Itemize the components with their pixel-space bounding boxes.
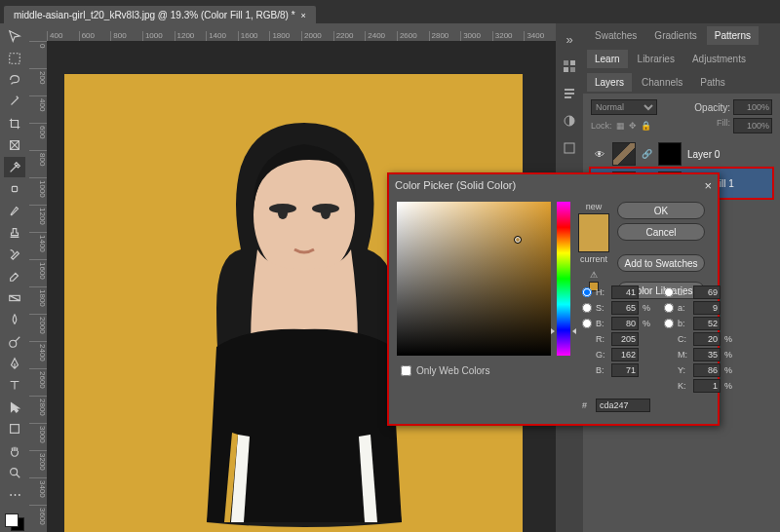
adjustments-panel-icon[interactable] (560, 111, 579, 131)
hex-input[interactable] (596, 399, 650, 412)
color-swatches[interactable] (4, 513, 25, 532)
frame-tool[interactable] (4, 135, 25, 155)
hue-radio[interactable] (582, 287, 592, 297)
close-tab-icon[interactable]: × (301, 11, 306, 20)
fill-value[interactable]: 100% (733, 118, 772, 133)
tab-channels[interactable]: Channels (634, 73, 690, 92)
lasso-tool[interactable] (4, 70, 25, 90)
eraser-tool[interactable] (4, 266, 25, 285)
sat-radio[interactable] (582, 303, 592, 313)
eyedropper-tool[interactable] (4, 157, 25, 176)
dodge-tool[interactable] (4, 331, 25, 351)
stamp-tool[interactable] (4, 223, 25, 243)
k-input[interactable] (693, 379, 721, 393)
tab-adjustments[interactable]: Adjustments (684, 50, 754, 68)
shape-tool[interactable] (4, 419, 25, 438)
tab-learn[interactable]: Learn (587, 50, 628, 68)
blur-tool[interactable] (4, 310, 25, 329)
tab-swatches[interactable]: Swatches (587, 26, 644, 45)
zoom-tool[interactable] (4, 463, 25, 482)
move-tool[interactable] (4, 26, 25, 46)
tab-libraries[interactable]: Libraries (630, 50, 682, 68)
a-radio[interactable] (664, 303, 674, 313)
path-select-tool[interactable] (4, 398, 25, 417)
wand-tool[interactable] (4, 92, 25, 111)
tab-paths[interactable]: Paths (692, 73, 733, 92)
marquee-tool[interactable] (4, 48, 25, 67)
type-tool[interactable] (4, 375, 25, 395)
ok-button[interactable]: OK (617, 202, 705, 219)
gradient-tool[interactable] (4, 288, 25, 308)
brush-tool[interactable] (4, 201, 25, 220)
degree-unit: ° (643, 287, 652, 297)
color-preview-swatch[interactable] (578, 213, 609, 252)
cancel-button[interactable]: Cancel (617, 223, 705, 241)
y-label: Y: (678, 365, 689, 375)
red-input[interactable] (611, 332, 639, 346)
collapse-dock-icon[interactable]: » (560, 29, 579, 49)
color-panel-icon[interactable] (560, 57, 579, 76)
fill-label: Fill: (717, 118, 730, 133)
hue-slider[interactable] (557, 202, 570, 356)
pen-tool[interactable] (4, 354, 25, 373)
dialog-titlebar[interactable]: Color Picker (Solid Color) × (389, 174, 718, 196)
lab-b-radio[interactable] (664, 319, 674, 328)
bri-input[interactable] (611, 317, 639, 330)
tab-patterns[interactable]: Patterns (707, 26, 759, 45)
libraries-panel-icon[interactable] (560, 138, 579, 158)
lock-pixels-icon[interactable]: ▦ (616, 121, 625, 131)
hue-input[interactable] (611, 285, 639, 299)
saturation-value-field[interactable] (397, 202, 551, 356)
bri-radio[interactable] (582, 319, 592, 328)
c-label: C: (678, 334, 689, 344)
ruler-vertical: 0200400600800100012001400160018002000240… (29, 41, 47, 532)
add-to-swatches-button[interactable]: Add to Swatches (617, 254, 705, 272)
properties-panel-icon[interactable] (560, 84, 579, 103)
ruler-tick: 0 (29, 41, 47, 68)
new-color-label: new (586, 202, 603, 211)
k-label: K: (678, 381, 689, 391)
pct-unit: % (724, 334, 734, 344)
layer-thumbnail[interactable] (612, 142, 636, 166)
ruler-tick: 1400 (29, 232, 47, 259)
b-label: B: (596, 319, 607, 328)
layer-name[interactable]: Layer 0 (687, 149, 720, 160)
lock-position-icon[interactable]: ✥ (629, 121, 637, 131)
close-icon[interactable]: × (704, 178, 712, 193)
edit-toolbar[interactable]: ⋯ (4, 484, 25, 504)
lock-all-icon[interactable]: 🔒 (641, 121, 651, 131)
crop-tool[interactable] (4, 114, 25, 133)
warning-icon[interactable]: ⚠ (590, 270, 598, 280)
hand-tool[interactable] (4, 440, 25, 460)
mask-thumbnail[interactable] (658, 142, 682, 166)
green-input[interactable] (611, 348, 639, 361)
blend-mode-select[interactable]: Normal (591, 99, 657, 115)
history-brush-tool[interactable] (4, 245, 25, 264)
c-input[interactable] (693, 332, 721, 346)
only-web-colors-label: Only Web Colors (416, 365, 489, 376)
lab-b-input[interactable] (693, 317, 721, 330)
visibility-toggle-icon[interactable]: 👁 (595, 149, 606, 160)
link-icon[interactable]: 🔗 (642, 149, 652, 159)
tab-gradients[interactable]: Gradients (646, 26, 704, 45)
ruler-tick: 800 (29, 150, 47, 177)
m-input[interactable] (693, 348, 721, 361)
heal-tool[interactable] (4, 179, 25, 199)
blue-input[interactable] (611, 363, 639, 377)
sat-input[interactable] (611, 301, 639, 315)
l-radio[interactable] (664, 287, 674, 297)
L-input[interactable] (693, 285, 721, 299)
foreground-color-swatch[interactable] (5, 513, 19, 527)
sv-cursor[interactable] (514, 236, 522, 244)
document-tab-title: middle-asian-girl_t20_kRv8l3.jpg @ 19.3%… (14, 10, 295, 20)
a-input[interactable] (693, 301, 721, 315)
layer-row[interactable]: 👁 🔗 Layer 0 (591, 139, 772, 169)
y-input[interactable] (693, 363, 721, 377)
tab-layers[interactable]: Layers (587, 73, 632, 92)
only-web-colors-checkbox[interactable] (401, 365, 411, 376)
opacity-value[interactable]: 100% (733, 99, 772, 115)
ruler-tick: 1600 (238, 31, 270, 41)
document-tab[interactable]: middle-asian-girl_t20_kRv8l3.jpg @ 19.3%… (4, 6, 316, 23)
ruler-tick: 600 (79, 31, 111, 41)
hue-pointer[interactable] (554, 328, 573, 332)
